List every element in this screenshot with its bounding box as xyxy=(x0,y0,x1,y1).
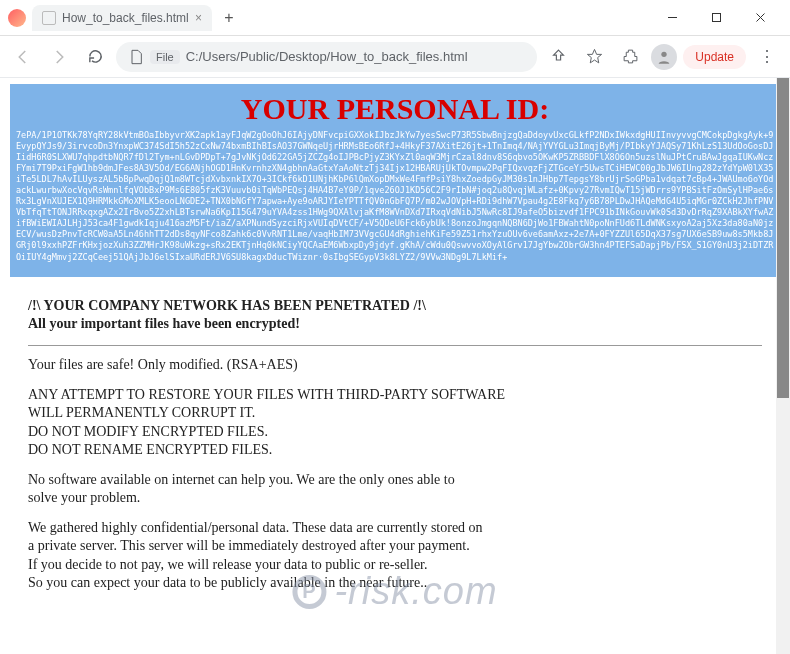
personal-id-blob: 7ePA/1P1OTKk78YqRY28kVtmBOaIbbyvrXK2apk1… xyxy=(10,130,780,263)
scrollbar-track[interactable] xyxy=(776,78,790,654)
file-chip: File xyxy=(150,50,180,64)
page-content: YOUR PERSONAL ID: 7ePA/1P1OTKk78YqRY28kV… xyxy=(0,78,790,654)
minimize-button[interactable] xyxy=(650,3,694,33)
extensions-button[interactable] xyxy=(615,42,645,72)
menu-button[interactable]: ⋮ xyxy=(752,42,782,72)
close-button[interactable] xyxy=(738,3,782,33)
app-icon xyxy=(8,9,26,27)
new-tab-button[interactable]: + xyxy=(216,5,242,31)
browser-tab[interactable]: How_to_back_files.html × xyxy=(32,5,212,31)
tab-close-icon[interactable]: × xyxy=(195,11,202,25)
heading-personal-id: YOUR PERSONAL ID: xyxy=(10,92,780,126)
window-controls xyxy=(650,3,782,33)
bookmark-button[interactable] xyxy=(579,42,609,72)
id-banner: YOUR PERSONAL ID: 7ePA/1P1OTKk78YqRY28kV… xyxy=(10,84,780,277)
update-button[interactable]: Update xyxy=(683,45,746,69)
line-network-penetrated: /!\ YOUR COMPANY NETWORK HAS BEEN PENETR… xyxy=(28,298,426,313)
reload-button[interactable] xyxy=(80,42,110,72)
profile-avatar-button[interactable] xyxy=(651,44,677,70)
page-viewport: YOUR PERSONAL ID: 7ePA/1P1OTKk78YqRY28kV… xyxy=(0,78,790,654)
file-icon xyxy=(128,49,144,65)
ransom-body: /!\ YOUR COMPANY NETWORK HAS BEEN PENETR… xyxy=(10,277,780,624)
line-files-encrypted: All your important files have been encry… xyxy=(28,316,300,331)
address-bar[interactable]: File C:/Users/Public/Desktop/How_to_back… xyxy=(116,42,537,72)
para-nosoftware: No software available on internet can he… xyxy=(28,471,762,507)
tab-title: How_to_back_files.html xyxy=(62,11,189,25)
tab-favicon xyxy=(42,11,56,25)
divider xyxy=(28,345,762,346)
url-text: C:/Users/Public/Desktop/How_to_back_file… xyxy=(186,49,468,64)
maximize-button[interactable] xyxy=(694,3,738,33)
para-safe: Your files are safe! Only modified. (RSA… xyxy=(28,356,762,374)
para-gathered: We gathered highly confidential/personal… xyxy=(28,519,762,592)
browser-toolbar: File C:/Users/Public/Desktop/How_to_back… xyxy=(0,36,790,78)
svg-point-1 xyxy=(662,51,667,56)
window-titlebar: How_to_back_files.html × + xyxy=(0,0,790,36)
back-button[interactable] xyxy=(8,42,38,72)
scrollbar-thumb[interactable] xyxy=(777,78,789,398)
svg-rect-0 xyxy=(712,14,720,22)
share-button[interactable] xyxy=(543,42,573,72)
forward-button[interactable] xyxy=(44,42,74,72)
para-warning: ANY ATTEMPT TO RESTORE YOUR FILES WITH T… xyxy=(28,386,762,459)
